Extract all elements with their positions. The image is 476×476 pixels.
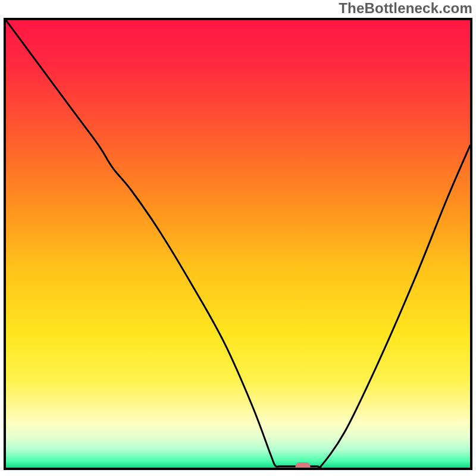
bottleneck-curve: [6, 20, 470, 468]
watermark-text: TheBottleneck.com: [339, 0, 472, 17]
chart-container: TheBottleneck.com: [0, 0, 476, 476]
plot-area: [4, 18, 472, 470]
optimal-marker: [296, 462, 311, 470]
